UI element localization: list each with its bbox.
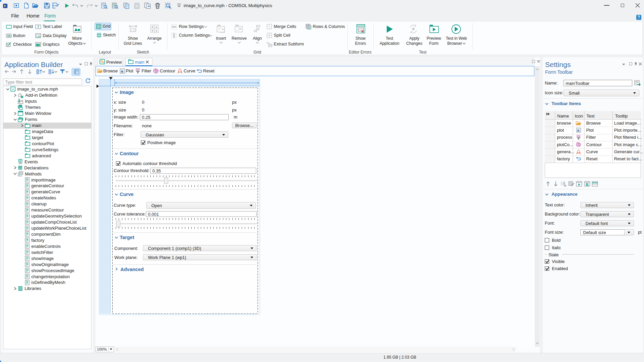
- svg-text:1.23: 1.23: [36, 35, 40, 38]
- svg-text:1.23: 1.23: [130, 29, 136, 32]
- svg-text:OK: OK: [7, 35, 11, 37]
